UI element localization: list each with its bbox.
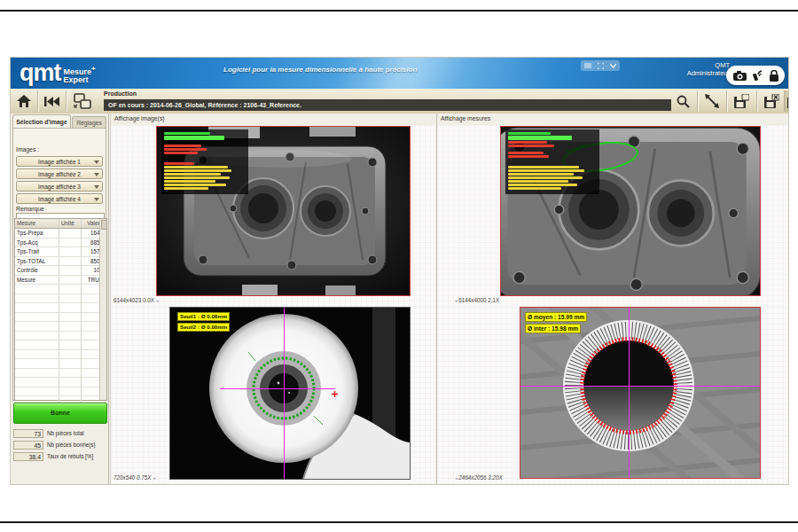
save-as-icon <box>764 94 779 108</box>
scroll-arrow-icon[interactable]: ◂ <box>156 298 159 303</box>
threshold-badge-2: Seuil2 : Ø 0.00mm <box>177 323 230 332</box>
main-toolbar: Production OF en cours : 2014-06-26_Glob… <box>11 89 788 114</box>
search-icon <box>677 95 690 108</box>
overlay-text-line <box>508 180 568 183</box>
table-row-empty <box>15 340 106 350</box>
viewport-canvas-bottom-left[interactable]: Seuil1 : Ø 0.08mm Seuil2 : Ø 0.00mm 720x… <box>111 307 435 484</box>
scroll-arrow-icon[interactable]: ◂ <box>455 298 458 303</box>
stat-label: Nb pièces total <box>47 430 84 436</box>
scroll-arrow-icon[interactable]: ◂ <box>455 475 458 481</box>
lock-icon[interactable] <box>770 70 778 82</box>
user-role: Administrateur <box>687 69 730 77</box>
camera-image-2[interactable] <box>500 126 761 296</box>
col-header-unite[interactable]: Unité <box>59 219 82 228</box>
remote-signal-icon[interactable] <box>753 70 763 81</box>
search-button[interactable] <box>671 90 694 112</box>
chevron-down-icon <box>94 160 99 164</box>
save-button[interactable] <box>730 90 753 112</box>
workflow-button[interactable] <box>71 90 94 112</box>
sidebar: Sélection d'image Réglages Images : Imag… <box>11 113 109 484</box>
table-row[interactable]: MesureTRUE <box>15 276 106 286</box>
menu-icon[interactable] <box>584 63 591 68</box>
measurement-overlay <box>505 129 599 194</box>
table-row[interactable]: Tps-Prépa1642 <box>15 229 106 239</box>
current-user: QMT Administrateur <box>687 61 730 77</box>
app-window: qmt Mesure+ Expert Logiciel pour la mesu… <box>11 58 788 484</box>
table-row-empty <box>15 387 106 397</box>
viewport-canvas-bottom-right[interactable]: Ø moyen : 15.99 mm Ø inter : 15.98 mm ◂ … <box>437 307 788 484</box>
zoom-level-label: 6144x4023 0.0X ◂ <box>113 297 158 303</box>
camera-icon[interactable] <box>733 71 747 81</box>
chevron-down-icon[interactable] <box>610 64 616 68</box>
report-building-icon <box>786 94 788 108</box>
current-of-banner: OF en cours : 2014-06-26_Global, Référen… <box>104 99 671 111</box>
tab-reglages[interactable]: Réglages <box>72 116 106 128</box>
table-row[interactable]: Tps-TOTAL8502 <box>15 257 106 267</box>
table-row[interactable]: Tps-Trait1571 <box>15 247 106 257</box>
home-icon <box>17 95 31 107</box>
overlay-text-line <box>508 173 574 176</box>
scrollbar-thumb[interactable] <box>101 220 107 230</box>
camera-image-1[interactable] <box>156 126 411 296</box>
window-controls[interactable] <box>581 60 620 71</box>
fit-zoom-button[interactable] <box>700 90 724 112</box>
overlay-text-line <box>164 184 226 186</box>
camera-image-4[interactable]: Ø moyen : 15.99 mm Ø inter : 15.98 mm <box>520 307 761 479</box>
image-select-4[interactable]: Image affichée 4 <box>16 193 103 204</box>
logo-qmt-text: qmt <box>20 59 61 88</box>
col-header-mesure[interactable]: Mesure <box>15 219 59 228</box>
production-label: Production <box>104 90 137 97</box>
stat-scrap-rate: 38.4 Taux de rebuts [%] <box>13 452 107 462</box>
image-select-1[interactable]: Image affichée 1 <box>16 156 103 167</box>
stat-total-pieces: 73 Nb pièces total <box>13 429 107 439</box>
overlay-text-line <box>508 176 583 179</box>
image-display-column: Affichage image(s) <box>110 113 435 484</box>
skip-back-button[interactable] <box>40 90 63 112</box>
overlay-text-line <box>164 152 198 154</box>
image-select-3[interactable]: Image affichée 3 <box>16 181 103 192</box>
overlay-text-line <box>164 180 215 183</box>
part-good-button[interactable]: Bonne <box>13 403 107 424</box>
overlay-text-line <box>164 148 207 151</box>
dropdown-value: Image affichée 4 <box>38 196 81 202</box>
toolbar-separator <box>37 90 38 112</box>
toolbar-separator <box>697 90 698 112</box>
table-row[interactable]: Tps-Acq6851 <box>15 239 106 248</box>
viewport-canvas-top-right[interactable]: ◂ 6144x4000 2.1X <box>437 125 788 307</box>
red-marker-icon <box>332 385 338 391</box>
image-select-2[interactable]: Image affichée 2 <box>16 168 103 179</box>
overlay-text-line <box>508 184 577 186</box>
overlay-text-line <box>508 152 544 154</box>
table-row-empty <box>15 285 106 294</box>
remark-label: Remarque <box>16 206 44 212</box>
table-row[interactable]: Contrôle101 <box>15 266 106 276</box>
workflow-icon <box>74 93 91 109</box>
tab-selection-image[interactable]: Sélection d'image <box>12 114 71 128</box>
table-row-empty <box>15 313 106 323</box>
header-quick-tools <box>726 66 785 85</box>
zoom-level-label: ◂ 6144x4000 2.1X <box>455 297 499 303</box>
skip-back-icon <box>44 97 59 106</box>
table-row-empty <box>15 332 106 341</box>
measurement-overlay <box>161 129 248 194</box>
report-button[interactable] <box>784 90 788 112</box>
table-scrollbar[interactable] <box>99 219 106 400</box>
scroll-arrow-icon[interactable]: ◂ <box>153 475 155 481</box>
home-button[interactable] <box>12 90 35 112</box>
overlay-text-line <box>164 162 194 165</box>
fullscreen-icon[interactable] <box>598 63 604 69</box>
dropdown-value: Image affichée 2 <box>38 171 81 177</box>
toolbar-separator <box>756 90 757 112</box>
save-as-button[interactable] <box>760 90 783 112</box>
image-selection-group: Images : Image affichée 1 Image affichée… <box>12 128 106 401</box>
logo-plus: + <box>91 65 96 73</box>
resize-arrows-icon <box>705 94 719 108</box>
overlay-text-line <box>164 176 230 179</box>
dropdown-value: Image affichée 3 <box>38 184 81 190</box>
viewport-canvas-top-left[interactable]: 6144x4023 0.0X ◂ <box>111 125 435 307</box>
measure-table[interactable]: Mesure Unité Valeur Tps-Prépa1642 Tps-Ac… <box>14 218 107 401</box>
camera-image-3[interactable]: Seuil1 : Ø 0.08mm Seuil2 : Ø 0.00mm <box>169 307 411 480</box>
dropdown-value: Image affichée 1 <box>38 159 81 165</box>
images-label: Images : <box>16 146 39 153</box>
main-workspace: Sélection d'image Réglages Images : Imag… <box>11 113 788 484</box>
